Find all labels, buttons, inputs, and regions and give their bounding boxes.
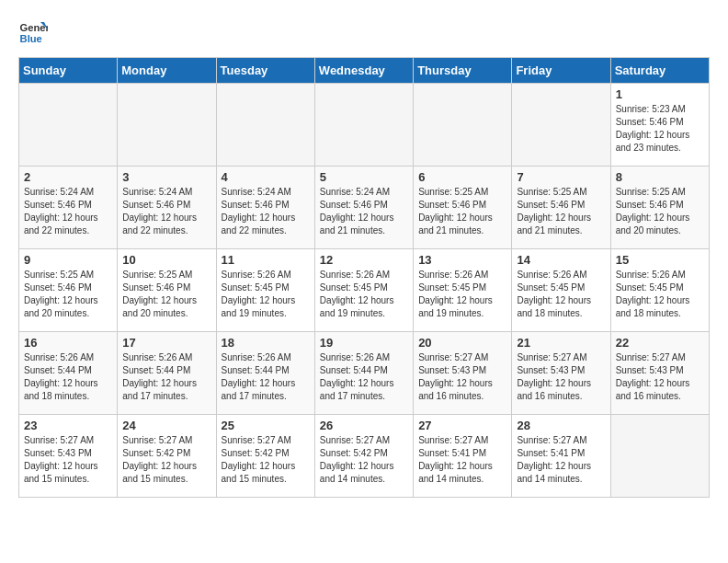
calendar-cell: 10Sunrise: 5:25 AM Sunset: 5:46 PM Dayli… <box>118 249 216 332</box>
calendar-cell: 17Sunrise: 5:26 AM Sunset: 5:44 PM Dayli… <box>118 332 216 415</box>
day-info: Sunrise: 5:25 AM Sunset: 5:46 PM Dayligh… <box>24 269 112 320</box>
day-info: Sunrise: 5:24 AM Sunset: 5:46 PM Dayligh… <box>122 186 210 237</box>
day-info: Sunrise: 5:26 AM Sunset: 5:45 PM Dayligh… <box>222 269 310 320</box>
day-number: 18 <box>222 336 310 350</box>
calendar-week-3: 16Sunrise: 5:26 AM Sunset: 5:44 PM Dayli… <box>19 332 710 415</box>
calendar-cell: 11Sunrise: 5:26 AM Sunset: 5:45 PM Dayli… <box>216 249 314 332</box>
logo-icon: General Blue <box>18 18 48 48</box>
calendar-cell: 12Sunrise: 5:26 AM Sunset: 5:45 PM Dayli… <box>314 249 413 332</box>
day-number: 16 <box>24 336 112 350</box>
calendar-cell: 19Sunrise: 5:26 AM Sunset: 5:44 PM Dayli… <box>314 332 413 415</box>
weekday-header-tuesday: Tuesday <box>216 58 314 84</box>
day-number: 12 <box>320 253 408 267</box>
day-number: 4 <box>222 170 310 184</box>
calendar-week-0: 1Sunrise: 5:23 AM Sunset: 5:46 PM Daylig… <box>19 84 710 167</box>
calendar-week-1: 2Sunrise: 5:24 AM Sunset: 5:46 PM Daylig… <box>19 167 710 249</box>
calendar-cell: 2Sunrise: 5:24 AM Sunset: 5:46 PM Daylig… <box>19 167 118 249</box>
calendar-cell: 18Sunrise: 5:26 AM Sunset: 5:44 PM Dayli… <box>216 332 314 415</box>
day-info: Sunrise: 5:27 AM Sunset: 5:43 PM Dayligh… <box>418 351 506 403</box>
calendar-cell <box>19 84 118 167</box>
calendar-cell <box>414 84 512 167</box>
calendar-cell: 28Sunrise: 5:27 AM Sunset: 5:41 PM Dayli… <box>512 415 610 498</box>
day-info: Sunrise: 5:25 AM Sunset: 5:46 PM Dayligh… <box>616 186 704 237</box>
calendar-cell: 1Sunrise: 5:23 AM Sunset: 5:46 PM Daylig… <box>610 84 709 167</box>
day-info: Sunrise: 5:26 AM Sunset: 5:44 PM Dayligh… <box>122 351 210 403</box>
weekday-header-row: SundayMondayTuesdayWednesdayThursdayFrid… <box>19 58 710 84</box>
day-info: Sunrise: 5:26 AM Sunset: 5:45 PM Dayligh… <box>320 269 408 320</box>
calendar-cell: 9Sunrise: 5:25 AM Sunset: 5:46 PM Daylig… <box>19 249 118 332</box>
calendar-cell: 26Sunrise: 5:27 AM Sunset: 5:42 PM Dayli… <box>314 415 413 498</box>
day-info: Sunrise: 5:27 AM Sunset: 5:42 PM Dayligh… <box>320 434 408 486</box>
calendar-cell: 4Sunrise: 5:24 AM Sunset: 5:46 PM Daylig… <box>216 167 314 249</box>
calendar-cell: 7Sunrise: 5:25 AM Sunset: 5:46 PM Daylig… <box>512 167 610 249</box>
day-info: Sunrise: 5:27 AM Sunset: 5:43 PM Dayligh… <box>616 351 704 403</box>
day-info: Sunrise: 5:24 AM Sunset: 5:46 PM Dayligh… <box>222 186 310 237</box>
day-number: 15 <box>616 253 704 267</box>
calendar-table: SundayMondayTuesdayWednesdayThursdayFrid… <box>18 57 710 498</box>
calendar-cell: 20Sunrise: 5:27 AM Sunset: 5:43 PM Dayli… <box>414 332 512 415</box>
calendar-cell: 6Sunrise: 5:25 AM Sunset: 5:46 PM Daylig… <box>414 167 512 249</box>
calendar-cell: 5Sunrise: 5:24 AM Sunset: 5:46 PM Daylig… <box>314 167 413 249</box>
day-number: 9 <box>24 253 112 267</box>
day-info: Sunrise: 5:25 AM Sunset: 5:46 PM Dayligh… <box>122 269 210 320</box>
day-info: Sunrise: 5:26 AM Sunset: 5:44 PM Dayligh… <box>320 351 408 403</box>
weekday-header-saturday: Saturday <box>610 58 709 84</box>
day-info: Sunrise: 5:25 AM Sunset: 5:46 PM Dayligh… <box>418 186 506 237</box>
day-info: Sunrise: 5:27 AM Sunset: 5:42 PM Dayligh… <box>122 434 210 486</box>
calendar-cell: 24Sunrise: 5:27 AM Sunset: 5:42 PM Dayli… <box>118 415 216 498</box>
day-number: 6 <box>418 170 506 184</box>
day-info: Sunrise: 5:27 AM Sunset: 5:43 PM Dayligh… <box>517 351 605 403</box>
calendar-cell: 8Sunrise: 5:25 AM Sunset: 5:46 PM Daylig… <box>610 167 709 249</box>
day-number: 19 <box>320 336 408 350</box>
day-number: 27 <box>418 419 506 432</box>
day-number: 25 <box>222 419 310 432</box>
calendar-cell <box>118 84 216 167</box>
calendar-cell <box>216 84 314 167</box>
weekday-header-thursday: Thursday <box>414 58 512 84</box>
calendar-cell: 13Sunrise: 5:26 AM Sunset: 5:45 PM Dayli… <box>414 249 512 332</box>
day-info: Sunrise: 5:26 AM Sunset: 5:45 PM Dayligh… <box>616 269 704 320</box>
day-info: Sunrise: 5:24 AM Sunset: 5:46 PM Dayligh… <box>320 186 408 237</box>
calendar-cell: 14Sunrise: 5:26 AM Sunset: 5:45 PM Dayli… <box>512 249 610 332</box>
day-number: 28 <box>517 419 605 432</box>
page-header: General Blue <box>18 18 710 48</box>
calendar-week-4: 23Sunrise: 5:27 AM Sunset: 5:43 PM Dayli… <box>19 415 710 498</box>
day-number: 2 <box>24 170 112 184</box>
day-number: 7 <box>517 170 605 184</box>
day-number: 17 <box>122 336 210 350</box>
calendar-cell: 21Sunrise: 5:27 AM Sunset: 5:43 PM Dayli… <box>512 332 610 415</box>
weekday-header-friday: Friday <box>512 58 610 84</box>
calendar-cell <box>512 84 610 167</box>
day-info: Sunrise: 5:25 AM Sunset: 5:46 PM Dayligh… <box>517 186 605 237</box>
calendar-cell <box>610 415 709 498</box>
day-number: 22 <box>616 336 704 350</box>
day-info: Sunrise: 5:27 AM Sunset: 5:41 PM Dayligh… <box>418 434 506 486</box>
day-number: 13 <box>418 253 506 267</box>
calendar-cell <box>314 84 413 167</box>
day-info: Sunrise: 5:26 AM Sunset: 5:45 PM Dayligh… <box>517 269 605 320</box>
day-number: 23 <box>24 419 112 432</box>
day-info: Sunrise: 5:27 AM Sunset: 5:41 PM Dayligh… <box>517 434 605 486</box>
calendar-cell: 27Sunrise: 5:27 AM Sunset: 5:41 PM Dayli… <box>414 415 512 498</box>
day-number: 3 <box>122 170 210 184</box>
calendar-week-2: 9Sunrise: 5:25 AM Sunset: 5:46 PM Daylig… <box>19 249 710 332</box>
svg-text:Blue: Blue <box>20 33 42 44</box>
calendar-cell: 22Sunrise: 5:27 AM Sunset: 5:43 PM Dayli… <box>610 332 709 415</box>
calendar-cell: 3Sunrise: 5:24 AM Sunset: 5:46 PM Daylig… <box>118 167 216 249</box>
day-number: 5 <box>320 170 408 184</box>
day-info: Sunrise: 5:23 AM Sunset: 5:46 PM Dayligh… <box>616 103 704 155</box>
calendar-cell: 16Sunrise: 5:26 AM Sunset: 5:44 PM Dayli… <box>19 332 118 415</box>
logo: General Blue <box>18 18 48 48</box>
day-number: 8 <box>616 170 704 184</box>
day-number: 20 <box>418 336 506 350</box>
calendar-cell: 25Sunrise: 5:27 AM Sunset: 5:42 PM Dayli… <box>216 415 314 498</box>
day-number: 26 <box>320 419 408 432</box>
weekday-header-wednesday: Wednesday <box>314 58 413 84</box>
day-info: Sunrise: 5:24 AM Sunset: 5:46 PM Dayligh… <box>24 186 112 237</box>
day-number: 14 <box>517 253 605 267</box>
calendar-cell: 23Sunrise: 5:27 AM Sunset: 5:43 PM Dayli… <box>19 415 118 498</box>
day-number: 10 <box>122 253 210 267</box>
day-number: 1 <box>616 87 704 101</box>
day-info: Sunrise: 5:27 AM Sunset: 5:43 PM Dayligh… <box>24 434 112 486</box>
day-number: 24 <box>122 419 210 432</box>
